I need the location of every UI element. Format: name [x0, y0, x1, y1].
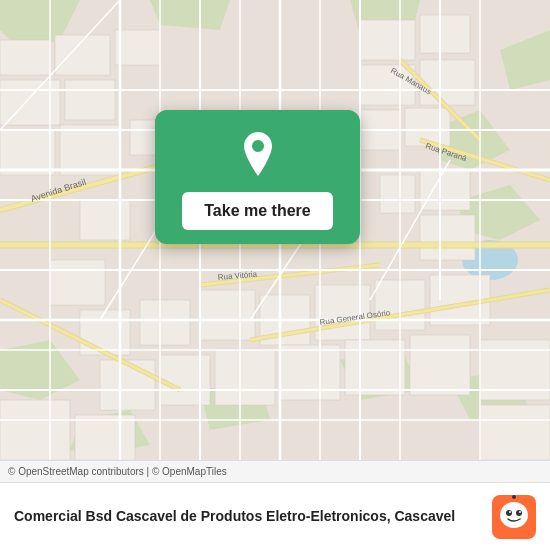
svg-rect-39	[100, 360, 155, 410]
svg-rect-31	[50, 260, 105, 305]
svg-rect-45	[0, 400, 70, 460]
svg-rect-22	[360, 65, 415, 105]
place-info: Comercial Bsd Cascavel de Produtos Eletr…	[14, 507, 480, 525]
svg-rect-42	[280, 345, 340, 400]
svg-point-95	[506, 510, 512, 516]
svg-rect-16	[0, 80, 60, 125]
svg-rect-19	[60, 125, 120, 175]
attribution-text: © OpenStreetMap contributors | © OpenMap…	[8, 466, 227, 477]
svg-point-94	[500, 502, 528, 528]
map-view[interactable]: Avenida Brasil Rua Manaus Rua Paraná Rua…	[0, 0, 550, 460]
svg-rect-21	[420, 15, 470, 53]
svg-rect-32	[80, 310, 130, 355]
svg-rect-33	[140, 300, 190, 345]
svg-rect-26	[420, 170, 470, 210]
svg-rect-44	[410, 335, 470, 395]
svg-rect-13	[0, 40, 50, 75]
action-card: Take me there	[155, 110, 360, 244]
moovit-icon	[492, 495, 536, 539]
svg-rect-27	[380, 175, 415, 213]
svg-point-100	[512, 495, 516, 499]
svg-point-96	[516, 510, 522, 516]
location-pin-icon	[232, 128, 284, 180]
svg-rect-48	[480, 405, 550, 460]
svg-rect-28	[420, 215, 475, 260]
svg-point-98	[519, 511, 521, 513]
svg-rect-40	[160, 355, 210, 405]
svg-rect-34	[200, 290, 255, 340]
svg-rect-20	[360, 20, 415, 60]
svg-rect-30	[80, 200, 130, 240]
svg-point-97	[509, 511, 511, 513]
bottom-bar: Comercial Bsd Cascavel de Produtos Eletr…	[0, 482, 550, 550]
svg-rect-18	[0, 130, 55, 175]
svg-rect-15	[115, 30, 160, 65]
svg-rect-23	[420, 60, 475, 105]
svg-point-92	[252, 140, 264, 152]
svg-rect-43	[345, 340, 405, 395]
attribution-bar: © OpenStreetMap contributors | © OpenMap…	[0, 460, 550, 482]
svg-rect-41	[215, 350, 275, 405]
take-me-there-button[interactable]: Take me there	[182, 192, 332, 230]
svg-rect-17	[65, 80, 115, 120]
place-name: Comercial Bsd Cascavel de Produtos Eletr…	[14, 507, 480, 525]
svg-rect-46	[75, 415, 135, 460]
moovit-logo	[492, 495, 536, 539]
